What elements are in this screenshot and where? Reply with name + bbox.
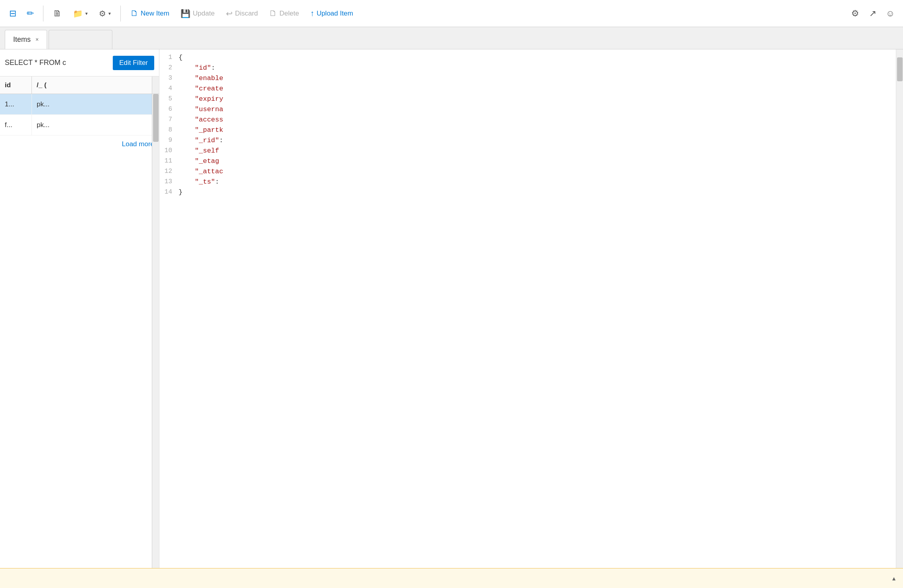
- paintbrush-button[interactable]: ✏: [22, 6, 38, 22]
- json-line-11: 11 "_etag: [159, 156, 903, 167]
- json-line-7: 7 "access: [159, 115, 903, 125]
- divider-2: [120, 6, 121, 22]
- new-item-button[interactable]: 🗋 New Item: [126, 6, 174, 20]
- toolbar-right: ⚙ ↗ ☺: [847, 6, 898, 22]
- json-line-13: 13 "_ts":: [159, 177, 903, 187]
- folder-dropdown-icon: ▾: [85, 11, 88, 16]
- table-rows: 1... pk... f... pk... Load more: [0, 94, 159, 568]
- settings-icon: ⚙: [851, 8, 859, 19]
- sidebar-toggle-button[interactable]: ⊟: [5, 6, 21, 22]
- new-item-icon: 🗋: [130, 9, 138, 18]
- table-scroll-track: [152, 94, 159, 568]
- json-line-4: 4 "create: [159, 84, 903, 94]
- col-header-id: id: [0, 76, 32, 94]
- update-button[interactable]: 💾 Update: [176, 6, 220, 21]
- json-line-5: 5 "expiry: [159, 94, 903, 104]
- json-line-8: 8 "_partk: [159, 125, 903, 135]
- gear-dropdown-icon: ▾: [108, 11, 111, 16]
- external-link-icon: ↗: [869, 8, 876, 19]
- tab-items[interactable]: Items ×: [5, 30, 47, 49]
- cell-id-2: f...: [0, 115, 32, 135]
- json-line-2: 2 "id":: [159, 63, 903, 73]
- settings-button[interactable]: ⚙: [847, 6, 863, 22]
- table-header: id /_ (: [0, 76, 159, 94]
- folder-icon: 📁: [73, 9, 83, 18]
- toolbar: ⊟ ✏ 🗎 📁 ▾ ⚙ ▾ 🗋 New Item 💾 Update ↩ Disc…: [0, 0, 903, 27]
- json-line-6: 6 "userna: [159, 104, 903, 115]
- tab-close-button[interactable]: ×: [35, 36, 39, 43]
- left-panel: SELECT * FROM c Edit Filter id /_ ( 1...: [0, 49, 159, 568]
- json-scroll-track: [896, 49, 903, 568]
- load-more-link[interactable]: Load more: [0, 135, 159, 153]
- table-area: id /_ ( 1... pk...: [0, 76, 159, 568]
- delete-label: Delete: [279, 10, 299, 18]
- tab-empty: [49, 30, 112, 49]
- update-label: Update: [193, 10, 215, 18]
- filter-query-text: SELECT * FROM c: [5, 59, 108, 67]
- tab-items-label: Items: [13, 35, 31, 44]
- document-button[interactable]: 🗎: [48, 6, 67, 21]
- document-icon: 🗎: [53, 8, 62, 19]
- upload-item-button[interactable]: ↑ Upload Item: [305, 6, 358, 20]
- gear-button[interactable]: ⚙ ▾: [94, 6, 116, 21]
- discard-label: Discard: [235, 10, 258, 18]
- table-header-scroll: [152, 76, 159, 94]
- filter-bar: SELECT * FROM c Edit Filter: [0, 49, 159, 76]
- sidebar-icon: ⊟: [9, 8, 16, 19]
- divider-1: [43, 6, 43, 22]
- folder-button[interactable]: 📁 ▾: [68, 6, 92, 21]
- table-row[interactable]: f... pk...: [0, 115, 159, 135]
- upload-icon: ↑: [310, 9, 314, 18]
- update-icon: 💾: [181, 9, 190, 18]
- json-line-3: 3 "enable: [159, 73, 903, 84]
- scroll-to-top-button[interactable]: ▲: [891, 575, 897, 582]
- col-header-meta: /_ (: [32, 76, 159, 94]
- main-content: SELECT * FROM c Edit Filter id /_ ( 1...: [0, 49, 903, 568]
- status-bar: ▲: [0, 568, 903, 588]
- smiley-button[interactable]: ☺: [882, 6, 898, 22]
- discard-button[interactable]: ↩ Discard: [221, 6, 263, 21]
- json-panel: 1 { 2 "id": 3 "enable 4 "create 5 "expir…: [159, 49, 903, 568]
- paintbrush-icon: ✏: [27, 8, 34, 19]
- json-line-9: 9 "_rid":: [159, 135, 903, 146]
- gear-icon: ⚙: [99, 9, 106, 18]
- tabs-bar: Items ×: [0, 27, 903, 49]
- discard-icon: ↩: [226, 9, 233, 18]
- cell-meta-2: pk...: [32, 115, 159, 135]
- edit-filter-button[interactable]: Edit Filter: [113, 56, 154, 70]
- new-item-label: New Item: [141, 10, 169, 18]
- table-row[interactable]: 1... pk...: [0, 94, 159, 115]
- json-line-1: 1 {: [159, 53, 903, 63]
- smiley-icon: ☺: [886, 8, 895, 19]
- json-editor[interactable]: 1 { 2 "id": 3 "enable 4 "create 5 "expir…: [159, 49, 903, 568]
- delete-button[interactable]: 🗋 Delete: [264, 6, 304, 20]
- json-scroll-thumb[interactable]: [897, 57, 903, 81]
- external-link-button[interactable]: ↗: [865, 6, 881, 22]
- upload-item-label: Upload Item: [316, 10, 353, 18]
- cell-meta-1: pk...: [32, 94, 159, 114]
- json-line-12: 12 "_attac: [159, 167, 903, 177]
- cell-id-1: 1...: [0, 94, 32, 114]
- delete-icon: 🗋: [269, 9, 277, 18]
- table-scroll-thumb[interactable]: [153, 94, 159, 142]
- json-line-14: 14 }: [159, 187, 903, 198]
- json-line-10: 10 "_self: [159, 146, 903, 156]
